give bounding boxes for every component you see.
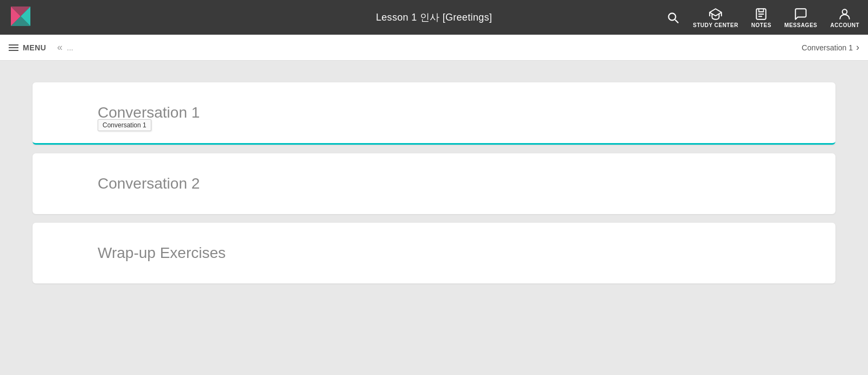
study-center-label: STUDY CENTER — [693, 22, 738, 28]
page-title: Lesson 1 인사 [Greetings] — [376, 11, 492, 24]
back-button[interactable]: « — [57, 42, 62, 53]
study-center-nav-item[interactable]: STUDY CENTER — [693, 7, 738, 28]
main-content: Conversation 1 Conversation 1 Conversati… — [0, 61, 868, 375]
wrap-up-exercises-card[interactable]: Wrap-up Exercises — [33, 223, 835, 283]
conversation-2-title: Conversation 2 — [98, 175, 200, 192]
secondary-navigation: MENU « ... Conversation 1 › — [0, 35, 868, 61]
forward-button[interactable]: › — [856, 42, 859, 53]
menu-label: MENU — [23, 43, 46, 52]
notes-icon — [754, 7, 768, 21]
account-nav-item[interactable]: ACCOUNT — [831, 7, 860, 28]
graduation-cap-icon — [709, 7, 723, 21]
svg-point-5 — [843, 9, 847, 14]
secondary-nav-right: Conversation 1 › — [802, 42, 859, 53]
account-icon — [838, 7, 852, 21]
search-nav-item[interactable] — [666, 10, 680, 24]
top-navigation: Lesson 1 인사 [Greetings] STUDY CENTER NOT… — [0, 0, 868, 35]
conversation-1-tooltip: Conversation 1 — [98, 119, 151, 131]
secondary-nav-left: MENU « ... — [9, 42, 73, 53]
breadcrumb-ellipsis[interactable]: ... — [67, 43, 73, 52]
menu-button[interactable]: MENU — [9, 43, 46, 52]
account-label: ACCOUNT — [831, 22, 860, 28]
current-page-label: Conversation 1 — [802, 43, 853, 52]
conversation-1-card[interactable]: Conversation 1 Conversation 1 — [33, 82, 835, 145]
wrap-up-exercises-title: Wrap-up Exercises — [98, 244, 226, 261]
notes-label: NOTES — [751, 22, 771, 28]
nav-icons-group: STUDY CENTER NOTES MESSAGES A — [666, 7, 859, 28]
conversation-2-card[interactable]: Conversation 2 — [33, 153, 835, 214]
messages-icon — [794, 7, 808, 21]
logo[interactable] — [9, 4, 33, 30]
messages-label: MESSAGES — [784, 22, 818, 28]
messages-nav-item[interactable]: MESSAGES — [784, 7, 818, 28]
notes-nav-item[interactable]: NOTES — [751, 7, 771, 28]
hamburger-icon — [9, 44, 18, 51]
search-icon — [666, 10, 680, 24]
conversation-1-title: Conversation 1 — [98, 104, 200, 121]
